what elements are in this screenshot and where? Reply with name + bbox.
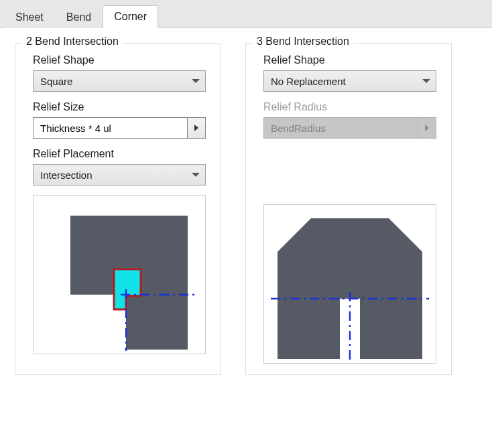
relief-radius-field xyxy=(263,117,436,139)
relief-preview-2bend xyxy=(33,195,206,354)
relief-placement-label: Relief Placement xyxy=(33,148,210,160)
relief-radius-flyout-button xyxy=(418,117,436,139)
chevron-right-icon xyxy=(194,125,198,131)
group-2-bend-intersection: 2 Bend Intersection Relief Shape Square … xyxy=(15,43,221,375)
tab-label: Bend xyxy=(66,11,91,23)
relief-size-flyout-button[interactable] xyxy=(187,117,206,139)
relief-placement-dropdown[interactable]: Intersection xyxy=(33,164,206,185)
relief-radius-label: Relief Radius xyxy=(263,101,440,113)
dropdown-value: Square xyxy=(40,76,72,87)
relief-shape-dropdown-3bend[interactable]: No Replacement xyxy=(263,70,436,92)
chevron-down-icon xyxy=(192,173,200,177)
group-3-bend-intersection: 3 Bend Intersection Relief Shape No Repl… xyxy=(245,43,452,375)
relief-preview-3bend xyxy=(263,204,436,364)
corner-tab-content: 2 Bend Intersection Relief Shape Square … xyxy=(0,28,492,382)
tab-sheet[interactable]: Sheet xyxy=(4,6,55,28)
tab-label: Corner xyxy=(114,11,147,22)
relief-radius-input xyxy=(263,117,418,139)
group-title: 3 Bend Intersection xyxy=(253,35,353,48)
chevron-down-icon xyxy=(192,79,200,83)
dropdown-value: Intersection xyxy=(40,169,93,181)
dropdown-value: No Replacement xyxy=(271,76,346,87)
relief-size-field xyxy=(33,117,206,139)
relief-size-input[interactable] xyxy=(33,117,187,139)
chevron-down-icon xyxy=(422,79,430,83)
tab-bar: Sheet Bend Corner xyxy=(0,0,492,28)
relief-shape-label: Relief Shape xyxy=(33,54,210,66)
relief-shape-label: Relief Shape xyxy=(263,54,440,66)
tab-corner[interactable]: Corner xyxy=(103,5,158,28)
tab-label: Sheet xyxy=(15,11,44,23)
relief-size-label: Relief Size xyxy=(33,101,210,113)
tab-bend[interactable]: Bend xyxy=(55,6,103,28)
group-title: 2 Bend Intersection xyxy=(22,35,123,48)
chevron-right-icon xyxy=(425,125,429,131)
relief-shape-dropdown[interactable]: Square xyxy=(33,70,206,92)
